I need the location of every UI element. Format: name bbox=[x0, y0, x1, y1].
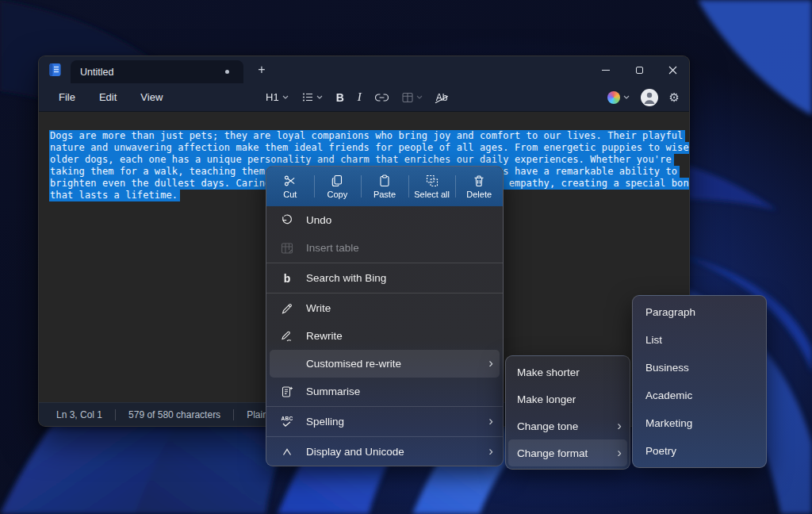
cut-button[interactable]: Cut bbox=[266, 167, 314, 206]
desktop: { "colors": { "selection_blue": "#0f76d3… bbox=[0, 0, 812, 514]
character-count: 579 of 580 characters bbox=[128, 409, 220, 420]
submenu-arrow-icon: › bbox=[617, 446, 622, 459]
account-button[interactable] bbox=[641, 89, 658, 106]
menu-item-undo[interactable]: Undo bbox=[266, 206, 503, 234]
close-icon bbox=[668, 66, 677, 75]
minimize-button[interactable] bbox=[589, 56, 622, 83]
editor-line: nature and unwavering affection make the… bbox=[49, 142, 681, 154]
insert-table-dropdown[interactable] bbox=[402, 92, 423, 103]
menu-item-rewrite[interactable]: Rewrite bbox=[266, 322, 503, 350]
copy-icon bbox=[331, 175, 343, 187]
paste-icon bbox=[378, 175, 391, 187]
menu-item-make-shorter[interactable]: Make shorter bbox=[506, 359, 630, 386]
menu-separator bbox=[266, 406, 503, 407]
insert-link-button[interactable] bbox=[375, 93, 389, 102]
menu-item-spelling[interactable]: ABC Spelling › bbox=[266, 408, 503, 435]
menu-item-marketing[interactable]: Marketing bbox=[633, 409, 766, 437]
chevron-down-icon bbox=[623, 95, 630, 99]
menu-bar: File Edit View bbox=[50, 87, 171, 107]
change-format-submenu: Paragraph List Business Academic Marketi… bbox=[632, 295, 767, 468]
submenu-arrow-icon: › bbox=[617, 419, 622, 432]
submenu-arrow-icon: › bbox=[488, 356, 493, 370]
context-menu: Cut Copy Paste Select all Delete Undo bbox=[266, 166, 504, 466]
statusbar-divider bbox=[233, 409, 234, 420]
menu-separator bbox=[266, 293, 503, 293]
spellcheck-icon: ABC bbox=[282, 416, 293, 428]
copilot-dropdown[interactable] bbox=[607, 91, 630, 104]
titlebar: Untitled + bbox=[39, 56, 689, 83]
trash-icon bbox=[473, 175, 485, 187]
formatting-toolbar: H1 B I Ab bbox=[266, 90, 447, 104]
menu-item-paragraph[interactable]: Paragraph bbox=[633, 298, 766, 326]
window-controls bbox=[589, 56, 689, 83]
link-icon bbox=[375, 93, 389, 102]
menu-item-display-and-unicode[interactable]: Display and Unicode › bbox=[266, 438, 503, 466]
user-avatar-icon bbox=[641, 89, 658, 106]
menu-item-business[interactable]: Business bbox=[633, 354, 766, 382]
copy-button[interactable]: Copy bbox=[314, 167, 362, 206]
bing-icon: b bbox=[284, 273, 291, 284]
menu-item-search-with-bing[interactable]: b Search with Bing bbox=[266, 264, 503, 292]
menu-edit[interactable]: Edit bbox=[90, 87, 125, 107]
maximize-icon bbox=[636, 67, 643, 74]
new-tab-button[interactable]: + bbox=[251, 59, 272, 80]
gear-icon: ⚙ bbox=[669, 90, 680, 104]
pen-icon bbox=[281, 302, 293, 315]
list-dropdown[interactable] bbox=[302, 92, 323, 102]
select-all-button[interactable]: Select all bbox=[408, 167, 456, 206]
delete-button[interactable]: Delete bbox=[455, 167, 503, 206]
italic-button[interactable]: I bbox=[358, 90, 362, 104]
clear-formatting-button[interactable]: Ab bbox=[436, 92, 448, 103]
statusbar-divider bbox=[115, 409, 116, 420]
chevron-down-icon bbox=[416, 95, 423, 99]
customised-rewrite-submenu: Make shorter Make longer Change tone › C… bbox=[505, 355, 630, 470]
notepad-app-icon bbox=[39, 63, 71, 77]
menu-item-write[interactable]: Write bbox=[266, 294, 503, 322]
editor-line: Dogs are more than just pets; they are l… bbox=[49, 130, 681, 142]
toolbar-right: ⚙ bbox=[607, 89, 680, 106]
scissors-icon bbox=[284, 175, 297, 187]
toolbar: File Edit View H1 B I bbox=[39, 83, 689, 112]
unsaved-indicator-icon bbox=[225, 70, 229, 74]
menu-item-insert-table[interactable]: Insert table bbox=[266, 234, 503, 262]
close-button[interactable] bbox=[656, 56, 689, 83]
menu-separator bbox=[266, 436, 503, 437]
copilot-icon bbox=[607, 91, 620, 104]
settings-button[interactable]: ⚙ bbox=[669, 91, 680, 103]
minimize-icon bbox=[602, 70, 610, 71]
menu-item-customised-rewrite[interactable]: Customised re-write › bbox=[270, 350, 500, 378]
context-menu-action-row: Cut Copy Paste Select all Delete bbox=[266, 167, 503, 206]
table-icon bbox=[402, 92, 413, 103]
caret-icon bbox=[281, 446, 293, 458]
heading-dropdown[interactable]: H1 bbox=[266, 91, 289, 103]
menu-separator bbox=[266, 263, 503, 263]
menu-view[interactable]: View bbox=[132, 87, 171, 107]
summarise-doc-icon bbox=[281, 386, 293, 398]
tab-title: Untitled bbox=[80, 67, 225, 78]
menu-item-summarise[interactable]: Summarise bbox=[266, 378, 503, 405]
menu-item-poetry[interactable]: Poetry bbox=[633, 437, 766, 465]
bold-button[interactable]: B bbox=[336, 91, 344, 104]
maximize-button[interactable] bbox=[622, 56, 656, 83]
chevron-down-icon bbox=[316, 95, 323, 99]
menu-item-change-format[interactable]: Change format › bbox=[508, 439, 627, 466]
menu-item-change-tone[interactable]: Change tone › bbox=[506, 412, 630, 439]
select-all-icon bbox=[426, 175, 439, 187]
submenu-arrow-icon: › bbox=[488, 414, 493, 428]
paste-button[interactable]: Paste bbox=[361, 167, 408, 206]
submenu-arrow-icon: › bbox=[488, 444, 493, 458]
menu-item-list[interactable]: List bbox=[633, 326, 766, 354]
table-icon bbox=[281, 242, 293, 255]
rewrite-pen-icon bbox=[281, 330, 293, 343]
undo-icon bbox=[281, 214, 293, 227]
cursor-position: Ln 3, Col 1 bbox=[56, 409, 102, 420]
editor-line: older dogs, each one has a unique person… bbox=[49, 154, 681, 166]
menu-item-make-longer[interactable]: Make longer bbox=[506, 386, 630, 412]
menu-file[interactable]: File bbox=[50, 87, 84, 107]
chevron-down-icon bbox=[282, 95, 289, 99]
tab-untitled[interactable]: Untitled bbox=[71, 60, 243, 83]
list-icon bbox=[302, 92, 313, 102]
menu-item-academic[interactable]: Academic bbox=[633, 382, 766, 409]
